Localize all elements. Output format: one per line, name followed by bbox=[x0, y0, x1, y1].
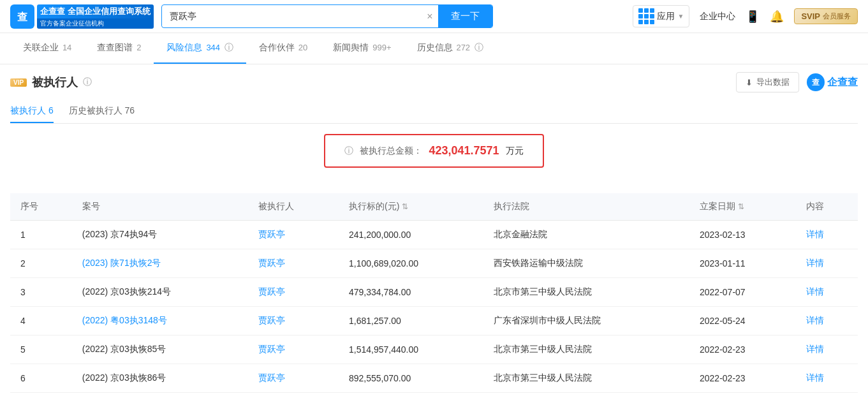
cell-index: 4 bbox=[10, 307, 72, 335]
table-row: 1 (2023) 京74执94号 贾跃亭 241,200,000.00 北京金融… bbox=[10, 221, 858, 249]
detail-link[interactable]: 详情 bbox=[806, 315, 824, 325]
content-area: VIP 被执行人 ⓘ ⬇ 导出数据 查 企查查 被执行人 6 历史被执行人 76 bbox=[0, 64, 868, 401]
cell-case-no: (2023) 京74执94号 bbox=[72, 221, 248, 249]
defendant-link[interactable]: 贾跃亭 bbox=[258, 372, 285, 383]
logo-title: 企查查 全国企业信用查询系统 bbox=[37, 4, 154, 18]
executed-table: 序号 案号 被执行人 执行标的(元) ⇅ 执行法院 立案日期 ⇅ 内容 bbox=[10, 193, 858, 393]
th-defendant: 被执行人 bbox=[248, 193, 339, 221]
tab-partners[interactable]: 合作伙伴 20 bbox=[246, 33, 320, 64]
defendant-link[interactable]: 贾跃亭 bbox=[258, 258, 285, 268]
cell-defendant[interactable]: 贾跃亭 bbox=[248, 307, 339, 335]
detail-link[interactable]: 详情 bbox=[806, 229, 824, 239]
cell-detail[interactable]: 详情 bbox=[796, 221, 858, 249]
case-no-text[interactable]: (2022) 粤03执3148号 bbox=[82, 315, 167, 325]
tab-badge: 999+ bbox=[372, 43, 391, 52]
search-clear-icon[interactable]: × bbox=[422, 11, 438, 22]
th-date-label: 立案日期 bbox=[700, 201, 735, 212]
tab-news[interactable]: 新闻舆情 999+ bbox=[320, 33, 404, 64]
tab-badge: 272 bbox=[456, 43, 470, 52]
detail-link[interactable]: 详情 bbox=[806, 344, 824, 354]
cell-detail[interactable]: 详情 bbox=[796, 249, 858, 278]
sub-tab-label: 历史被执行人 bbox=[69, 105, 122, 115]
summary-info-icon[interactable]: ⓘ bbox=[344, 145, 353, 157]
sub-tabs: 被执行人 6 历史被执行人 76 bbox=[10, 100, 858, 124]
cell-defendant[interactable]: 贾跃亭 bbox=[248, 249, 339, 278]
table-head: 序号 案号 被执行人 执行标的(元) ⇅ 执行法院 立案日期 ⇅ 内容 bbox=[10, 193, 858, 221]
cell-amount: 241,200,000.00 bbox=[339, 221, 483, 249]
tab-badge: 2 bbox=[136, 43, 141, 52]
defendant-link[interactable]: 贾跃亭 bbox=[258, 315, 285, 325]
svip-button[interactable]: SVIP 会员服务 bbox=[794, 8, 858, 24]
cell-detail[interactable]: 详情 bbox=[796, 278, 858, 307]
tab-label: 新闻舆情 bbox=[333, 42, 369, 52]
th-court: 执行法院 bbox=[483, 193, 689, 221]
detail-link[interactable]: 详情 bbox=[806, 286, 824, 297]
search-input[interactable] bbox=[162, 7, 422, 26]
cell-case-no[interactable]: (2022) 粤03执3148号 bbox=[72, 307, 248, 335]
summary-container: ⓘ 被执行总金额： 423,041.7571 万元 bbox=[10, 134, 858, 180]
sub-tab-executed[interactable]: 被执行人 6 bbox=[10, 100, 54, 123]
logo-subtitle: 官方备案企业征信机构 bbox=[37, 18, 154, 29]
tab-related-companies[interactable]: 关联企业 14 bbox=[10, 33, 84, 64]
th-date: 立案日期 ⇅ bbox=[689, 193, 796, 221]
svip-label: SVIP bbox=[801, 11, 820, 21]
section-info-icon[interactable]: ⓘ bbox=[83, 77, 92, 88]
cell-amount: 892,555,070.00 bbox=[339, 364, 483, 393]
chevron-down-icon: ▼ bbox=[677, 13, 684, 20]
table-row: 3 (2022) 京03执恢214号 贾跃亭 479,334,784.00 北京… bbox=[10, 278, 858, 307]
search-button[interactable]: 查一下 bbox=[438, 5, 492, 27]
logo-area: 查 企查查 全国企业信用查询系统 官方备案企业征信机构 bbox=[10, 4, 154, 29]
qcc-logo: 查 企查查 bbox=[807, 73, 858, 91]
summary-label: 被执行总金额： bbox=[360, 145, 422, 157]
info-icon: ⓘ bbox=[224, 42, 233, 52]
cell-date: 2023-01-11 bbox=[689, 249, 796, 278]
defendant-link[interactable]: 贾跃亭 bbox=[258, 286, 285, 297]
tab-label: 查查图谱 bbox=[97, 42, 133, 52]
enterprise-center-link[interactable]: 企业中心 bbox=[700, 11, 735, 22]
export-button[interactable]: ⬇ 导出数据 bbox=[736, 72, 799, 92]
cell-defendant[interactable]: 贾跃亭 bbox=[248, 278, 339, 307]
cell-index: 6 bbox=[10, 364, 72, 393]
detail-link[interactable]: 详情 bbox=[806, 258, 824, 268]
cell-detail[interactable]: 详情 bbox=[796, 335, 858, 364]
th-case-no: 案号 bbox=[72, 193, 248, 221]
table-row: 5 (2022) 京03执恢85号 贾跃亭 1,514,957,440.00 北… bbox=[10, 335, 858, 364]
cell-court: 西安铁路运输中级法院 bbox=[483, 249, 689, 278]
cell-defendant[interactable]: 贾跃亭 bbox=[248, 364, 339, 393]
tab-badge: 20 bbox=[298, 43, 307, 52]
bell-icon[interactable]: 🔔 bbox=[770, 10, 784, 24]
cell-detail[interactable]: 详情 bbox=[796, 364, 858, 393]
table-body: 1 (2023) 京74执94号 贾跃亭 241,200,000.00 北京金融… bbox=[10, 221, 858, 393]
summary-unit: 万元 bbox=[506, 145, 524, 157]
summary-value: 423,041.7571 bbox=[429, 144, 499, 158]
tab-badge: 14 bbox=[63, 43, 71, 52]
cell-amount: 479,334,784.00 bbox=[339, 278, 483, 307]
cell-detail[interactable]: 详情 bbox=[796, 307, 858, 335]
defendant-link[interactable]: 贾跃亭 bbox=[258, 229, 285, 239]
tab-history[interactable]: 历史信息 272 ⓘ bbox=[404, 33, 496, 64]
sort-icon[interactable]: ⇅ bbox=[738, 202, 744, 211]
detail-link[interactable]: 详情 bbox=[806, 372, 824, 383]
section-title-area: VIP 被执行人 ⓘ bbox=[10, 75, 92, 90]
cell-case-no[interactable]: (2023) 陕71执恢2号 bbox=[72, 249, 248, 278]
cell-defendant[interactable]: 贾跃亭 bbox=[248, 221, 339, 249]
cell-court: 北京市第三中级人民法院 bbox=[483, 364, 689, 393]
tab-graph[interactable]: 查查图谱 2 bbox=[84, 33, 154, 64]
nav-tabs: 关联企业 14 查查图谱 2 风险信息 344 ⓘ 合作伙伴 20 新闻舆情 9… bbox=[0, 33, 868, 64]
cell-date: 2022-02-23 bbox=[689, 335, 796, 364]
case-no-text[interactable]: (2023) 陕71执恢2号 bbox=[82, 258, 161, 268]
tab-risk-info[interactable]: 风险信息 344 ⓘ bbox=[154, 33, 246, 64]
cell-court: 北京市第三中级人民法院 bbox=[483, 278, 689, 307]
section-header: VIP 被执行人 ⓘ ⬇ 导出数据 查 企查查 bbox=[10, 72, 858, 92]
phone-icon[interactable]: 📱 bbox=[746, 10, 760, 24]
info-icon: ⓘ bbox=[474, 42, 483, 52]
app-button[interactable]: 应用 ▼ bbox=[633, 5, 689, 27]
tab-label: 风险信息 bbox=[166, 42, 202, 52]
sub-tab-count: 76 bbox=[125, 105, 135, 115]
sort-icon[interactable]: ⇅ bbox=[402, 202, 408, 211]
table-header-row: 序号 案号 被执行人 执行标的(元) ⇅ 执行法院 立案日期 ⇅ 内容 bbox=[10, 193, 858, 221]
cell-case-no: (2022) 京03执恢214号 bbox=[72, 278, 248, 307]
sub-tab-history-executed[interactable]: 历史被执行人 76 bbox=[69, 100, 135, 123]
cell-defendant[interactable]: 贾跃亭 bbox=[248, 335, 339, 364]
defendant-link[interactable]: 贾跃亭 bbox=[258, 344, 285, 354]
